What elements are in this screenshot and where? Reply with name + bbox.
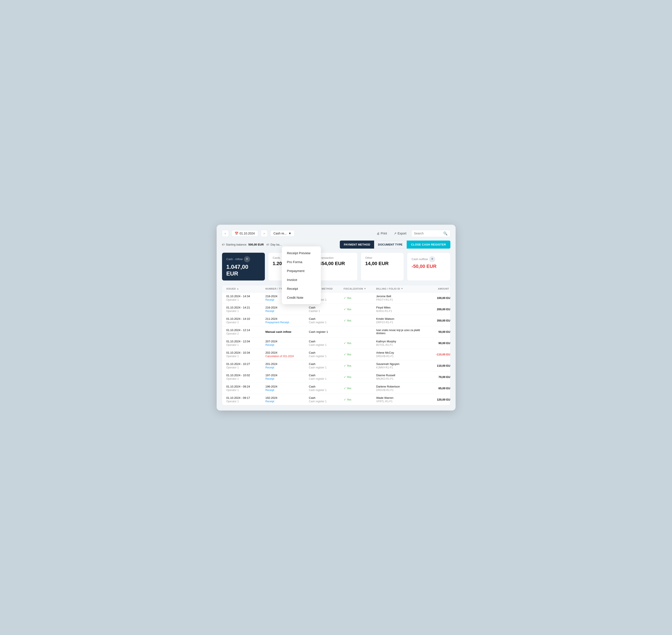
document-type-button[interactable]: DOCUMENT TYPE: [374, 241, 407, 248]
th-amount[interactable]: AMOUNT ▼: [424, 287, 450, 290]
card-transaction-value: 454,00 EUR: [319, 261, 353, 266]
table-header: ISSUED ▲ NUMBER / TYPE ▼ PAYMENT METHOD …: [222, 285, 450, 292]
cell-fiscal: ✓ Yes: [344, 308, 376, 311]
cell-fiscal: ✓ Yes: [344, 387, 376, 390]
th-billing[interactable]: BILLING / FOLIO ID ▼: [376, 287, 424, 290]
cell-fiscal: ✓ Yes: [344, 296, 376, 300]
cell-payment: Cash Cashier 1: [309, 306, 344, 313]
cell-number: 207-2024 Receipt: [266, 340, 309, 347]
flag-icon: 🏷: [222, 243, 225, 246]
card-cash-outflow: Cash outflow + -50,00 EUR: [407, 253, 450, 281]
starting-balance-value: 500,00 EUR: [248, 243, 264, 246]
cell-payment: Cash Cash register 1: [309, 351, 344, 358]
cell-number: 197-2024 Receipt: [266, 374, 309, 380]
cell-payment: Cash register 1: [309, 330, 344, 333]
cell-amount: 65,00 EUR: [424, 387, 450, 390]
table-row: 01.10.2024 - 10:34 Operator 1 202-2024 C…: [222, 349, 450, 360]
dropdown-item-receipt[interactable]: Receipt: [282, 284, 321, 293]
day-balance: 🏷 Day ba...: [266, 243, 282, 246]
cell-fiscal: ✓ Yes: [344, 319, 376, 322]
cell-number: 211-2024 Prepayment Receipt: [266, 317, 309, 324]
cell-amount: 100,00 EUR: [424, 296, 450, 300]
cell-amount: 50,00 EUR: [424, 330, 450, 333]
cell-billing: Kristin Watson DRFGY-R1-F1: [376, 317, 424, 324]
app-container: ‹ 📅 01.10.2024 › Cash re... ▼ 🖨 Print ↗ …: [217, 225, 456, 411]
cell-amount: 70,00 EUR: [424, 375, 450, 379]
cell-amount: 350,00 EUR: [424, 319, 450, 322]
dropdown-item-receipt-preview[interactable]: Receipt Preview: [282, 248, 321, 258]
cash-outflow-plus-button[interactable]: +: [429, 256, 435, 262]
calendar-icon: 📅: [235, 232, 238, 235]
cell-amount: 110,00 EUR: [424, 364, 450, 367]
payment-method-button[interactable]: PAYMENT METHOD: [340, 241, 374, 248]
th-issued[interactable]: ISSUED ▲: [226, 287, 266, 290]
cell-amount: -110,00 EUR: [424, 353, 450, 356]
cell-number: 196-2024 Receipt: [266, 385, 309, 392]
chevron-down-icon: ▼: [288, 232, 291, 235]
transactions-table: ISSUED ▲ NUMBER / TYPE ▼ PAYMENT METHOD …: [222, 285, 450, 405]
cell-payment: Cash Cash register 1: [309, 385, 344, 392]
search-icon: 🔍: [443, 232, 447, 236]
table-row: 01.10.2024 - 12:04 Operator 1 207-2024 R…: [222, 337, 450, 349]
cell-billing: Jerome Bell FRGTY-R1-F1: [376, 294, 424, 301]
next-btn[interactable]: ›: [261, 230, 268, 237]
cell-fiscal: ✓ Yes: [344, 375, 376, 379]
cell-payment: Cash Cash register 1: [309, 362, 344, 369]
second-bar: 🏷 Starting balance: 500,00 EUR 🏷 Day ba.…: [222, 241, 450, 248]
card-other-value: 14,00 EUR: [365, 261, 399, 266]
starting-balance: 🏷 Starting balance: 500,00 EUR: [222, 243, 264, 246]
cell-billing: Savannah Nguyen KJMNY-R1-F1: [376, 362, 424, 369]
prev-btn[interactable]: ‹: [222, 230, 229, 237]
cell-number: 202-2024 Cancelation of 201-2024: [266, 351, 309, 358]
dropdown-item-invoice[interactable]: Invoice: [282, 275, 321, 284]
dropdown-item-credit-note[interactable]: Credit Note: [282, 293, 321, 302]
card-other: Other 14,00 EUR: [361, 253, 404, 281]
table-row: 01.10.2024 - 10:27 Operator 1 201-2024 R…: [222, 360, 450, 371]
cell-number: Manual cash inflow: [266, 330, 309, 333]
dropdown-item-pro-forma[interactable]: Pro Forma: [282, 258, 321, 266]
cell-billing: Dianne Russell MNJKO-R1-F1: [376, 374, 424, 380]
cell-issued: 01.10.2024 - 10:02 Operator 1: [226, 374, 266, 380]
cell-amount: 200,00 EUR: [424, 308, 450, 311]
cash-register-value: Cash re...: [274, 232, 287, 235]
print-button[interactable]: 🖨 Print: [374, 230, 389, 236]
cell-fiscal: ✓ Yes: [344, 398, 376, 401]
cell-issued: 01.10.2024 - 14:21 Operator 1: [226, 306, 266, 313]
flag2-icon: 🏷: [266, 243, 269, 246]
search-input[interactable]: [414, 232, 442, 235]
cell-amount: 90,00 EUR: [424, 342, 450, 345]
cell-billing: Wade Warren VFRTL-R1-F1: [376, 396, 424, 403]
table-row: 01.10.2024 - 14:34 Operator 1 218-2024 R…: [222, 292, 450, 304]
cell-billing: Arlene McCoy DRGVB-R1-F1: [376, 351, 424, 358]
cell-issued: 01.10.2024 - 14:10 Operator 2: [226, 317, 266, 324]
cell-payment: Cash Cash register 1: [309, 340, 344, 347]
card-cash-inflow-value: 1.047,00 EUR: [226, 264, 260, 277]
cell-fiscal: ✓ Yes: [344, 353, 376, 356]
card-cash-inflow: Cash - inflow + 1.047,00 EUR: [222, 253, 265, 281]
action-buttons: PAYMENT METHOD DOCUMENT TYPE CLOSE CASH …: [340, 241, 450, 248]
cell-fiscal: ✓ Yes: [344, 342, 376, 345]
cell-number: 192-2024 Receipt: [266, 396, 309, 403]
table-row: 01.10.2024 - 10:02 Operator 1 197-2024 R…: [222, 371, 450, 383]
cell-payment: Cash Cash register 1: [309, 396, 344, 403]
outflow-label-text: Cash outflow: [412, 258, 428, 261]
top-bar: ‹ 📅 01.10.2024 › Cash re... ▼ 🖨 Print ↗ …: [222, 230, 450, 237]
cell-amount: 120,00 EUR: [424, 398, 450, 401]
cell-issued: 01.10.2024 - 09:24 Operator 1: [226, 385, 266, 392]
table-row: 01.10.2024 - 14:21 Operator 1 216-2024 R…: [222, 304, 450, 315]
cash-inflow-plus-button[interactable]: +: [244, 256, 250, 262]
summary-cards: Cash - inflow + 1.047,00 EUR Cards 1.20.…: [222, 253, 450, 281]
export-button[interactable]: ↗ Export: [392, 230, 408, 236]
cell-billing: Darlene Robertson DRGVB-R1-F1: [376, 385, 424, 392]
close-cash-register-button[interactable]: CLOSE CASH REGISTER: [407, 241, 450, 248]
dropdown-item-prepayment[interactable]: Prepayment: [282, 266, 321, 275]
cell-billing: Kathryn Murphy BVTOL-R1-F1: [376, 340, 424, 347]
card-outflow-value: -50,00 EUR: [412, 264, 446, 269]
cell-number: 216-2024 Receipt: [266, 306, 309, 313]
cell-issued: 01.10.2024 - 10:27 Operator 1: [226, 362, 266, 369]
th-fiscalization[interactable]: FISCALIZATION ▼: [344, 287, 376, 290]
date-picker[interactable]: 📅 01.10.2024: [231, 230, 258, 237]
cell-fiscal: ✓ Yes: [344, 364, 376, 367]
cash-register-selector[interactable]: Cash re... ▼: [270, 230, 295, 237]
search-box[interactable]: 🔍: [411, 230, 450, 237]
